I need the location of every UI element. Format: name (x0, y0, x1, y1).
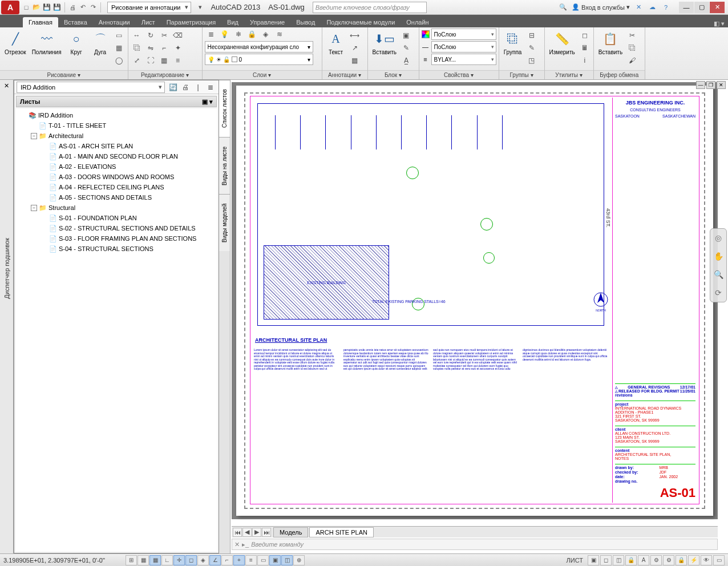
polar-icon[interactable]: ✛ (173, 555, 185, 565)
qp-icon[interactable]: ▣ (269, 555, 281, 565)
anno-vis-icon[interactable]: A (638, 555, 649, 565)
copy-icon[interactable]: ⿻ (131, 42, 143, 54)
tree-row[interactable]: 📄S-04 - STRUCTURAL SECTIONS (18, 244, 215, 254)
mirror-icon[interactable]: ⇋ (144, 42, 157, 54)
array-icon[interactable]: ▦ (158, 55, 171, 66)
scale-icon[interactable]: ⛶ (144, 55, 157, 66)
clean-screen-icon[interactable]: ▭ (713, 555, 725, 565)
osnap-icon[interactable]: ◻ (185, 555, 197, 565)
search-icon[interactable]: 🔍 (558, 2, 568, 13)
zoom-icon[interactable]: 🔍 (714, 270, 723, 279)
layer-lock-icon[interactable]: 🔒 (246, 29, 258, 40)
doc-restore[interactable]: ❐ (706, 81, 715, 89)
ssm-details-icon[interactable]: ≣ (205, 82, 216, 93)
tree-row[interactable]: 📄A-05 - SECTIONS AND DETAILS (18, 192, 215, 203)
lineweight-dropdown[interactable]: BYLAY... (431, 54, 496, 65)
panel-utilities-label[interactable]: Утилиты ▾ (545, 70, 593, 79)
coordinates[interactable]: 3.198905E+01, 2.309797E+01, 0'-0" (3, 557, 123, 564)
doc-minimize[interactable]: — (696, 81, 705, 89)
layer-match-icon[interactable]: ≋ (273, 29, 286, 40)
toolbar-lock-icon[interactable]: 🔒 (676, 555, 687, 565)
new-icon[interactable]: □ (22, 3, 31, 12)
tab-layout[interactable]: Лист (136, 17, 161, 27)
signin-link[interactable]: 👤 Вход в службы ▾ (572, 3, 630, 11)
tab-output[interactable]: Вывод (290, 17, 321, 27)
ssm-section-header[interactable]: Листы ▣ ▾ (16, 96, 217, 107)
panel-groups-label[interactable]: Группы ▾ (499, 70, 544, 79)
hardware-accel-icon[interactable]: ⚡ (688, 555, 699, 565)
otrack-icon[interactable]: ∠ (209, 555, 221, 565)
anno-auto-icon[interactable]: ⚙ (650, 555, 662, 565)
ssm-section-collapse-icon[interactable]: ▣ ▾ (202, 98, 213, 106)
side-tab-modelviews[interactable]: Виды моделей (219, 194, 230, 251)
am-icon[interactable]: ⊕ (293, 555, 305, 565)
stretch-icon[interactable]: ⤢ (131, 55, 143, 66)
ssm-refresh-icon[interactable]: 🔄 (167, 82, 179, 93)
panel-block-label[interactable]: Блок ▾ (368, 70, 419, 79)
paste-button[interactable]: 📋Вставить (596, 29, 625, 56)
infer-icon[interactable]: ⊞ (126, 555, 137, 565)
tab-view[interactable]: Вид (221, 17, 244, 27)
quickcalc-icon[interactable]: 🖩 (579, 42, 591, 54)
id-icon[interactable]: i (579, 55, 591, 66)
leader-icon[interactable]: ↗ (349, 42, 361, 54)
anno-scale-icon[interactable]: 🔒 (625, 555, 637, 565)
ellipse-icon[interactable]: ◯ (113, 55, 126, 66)
expander-icon[interactable]: − (31, 205, 37, 211)
panel-modify-label[interactable]: Редактирование ▾ (128, 70, 202, 79)
tab-home[interactable]: Главная (23, 17, 58, 27)
tree-row[interactable]: 📄S-03 - FLOOR FRAMING PLAN AND SECTIONS (18, 233, 215, 244)
tree-row[interactable]: 📄A-02 - ELEVATIONS (18, 161, 215, 172)
ssm-close-icon[interactable]: ✕ (4, 82, 9, 90)
select-icon[interactable]: ◻ (579, 30, 591, 41)
maximize-button[interactable]: ▢ (694, 2, 709, 13)
tab-online[interactable]: Онлайн (401, 17, 434, 27)
matchprop-icon[interactable]: 🖌 (626, 55, 638, 66)
cut-icon[interactable]: ✂ (626, 30, 638, 41)
create-block-icon[interactable]: ▣ (400, 30, 412, 41)
rectangle-icon[interactable]: ▭ (113, 30, 126, 41)
tab-insert[interactable]: Вставка (58, 17, 93, 27)
ssm-titlebar[interactable]: ✕ Диспетчер подшивок (0, 80, 14, 553)
dimension-icon[interactable]: ⟷ (349, 30, 361, 41)
group-button[interactable]: ⿻Группа (501, 29, 524, 56)
lwt-icon[interactable]: ≡ (245, 555, 257, 565)
move-icon[interactable]: ↔ (131, 30, 143, 41)
table-icon[interactable]: ▦ (349, 55, 361, 66)
color-dropdown[interactable]: ПоСлою (431, 29, 496, 40)
panel-layers-label[interactable]: Слои ▾ (203, 70, 322, 79)
save-icon[interactable]: 💾 (42, 3, 51, 12)
open-icon[interactable]: 📂 (32, 3, 41, 12)
minimize-button[interactable]: — (679, 2, 694, 13)
isolate-icon[interactable]: 👁 (701, 555, 712, 565)
quickview-drawings-icon[interactable]: ◫ (613, 555, 624, 565)
help-icon[interactable]: ? (661, 2, 671, 13)
side-tab-sheetviews[interactable]: Виды на листе (219, 137, 230, 194)
grid-icon[interactable]: ▦ (149, 555, 161, 565)
layer-properties-icon[interactable]: ≣ (205, 29, 217, 40)
ssm-publish-icon[interactable]: 🖨 (180, 82, 191, 93)
quickview-layouts-icon[interactable]: ◻ (600, 555, 612, 565)
tab-next-icon[interactable]: ▶ (252, 528, 261, 537)
tree-row[interactable]: 📄A-03 - DOORS WINDOWS AND ROOMS (18, 172, 215, 182)
command-close-icon[interactable]: ✕ (234, 541, 240, 548)
offset-icon[interactable]: ≡ (172, 55, 184, 66)
tree-row[interactable]: −📁Architectural (18, 131, 215, 141)
exchange-icon[interactable]: ✕ (633, 2, 644, 13)
line-button[interactable]: ╱Отрезок (2, 29, 29, 56)
layer-freeze-icon[interactable]: ❄ (232, 29, 245, 40)
tab-manage[interactable]: Управление (244, 17, 290, 27)
erase-icon[interactable]: ⌫ (172, 30, 184, 41)
tree-row[interactable]: 📄S-02 - STRUCTURAL SECTIONS AND DETAILS (18, 223, 215, 233)
tree-row[interactable]: 📚IRD Addition (18, 110, 215, 120)
ungroup-icon[interactable]: ⊟ (525, 30, 538, 41)
doc-close[interactable]: ✕ (717, 81, 726, 89)
maximize-vp-icon[interactable]: ▣ (588, 555, 599, 565)
tree-row[interactable]: 📄T-01 - TITLE SHEET (18, 120, 215, 131)
sc-icon[interactable]: ◫ (281, 555, 293, 565)
tree-row[interactable]: −📁Structural (18, 203, 215, 213)
redo-icon[interactable]: ↷ (88, 3, 98, 12)
command-line[interactable]: ✕ ▸_ Введите команду (232, 539, 718, 550)
snap-icon[interactable]: ▦ (137, 555, 149, 565)
ssm-sheetset-dropdown[interactable]: IRD Addition (17, 82, 165, 93)
